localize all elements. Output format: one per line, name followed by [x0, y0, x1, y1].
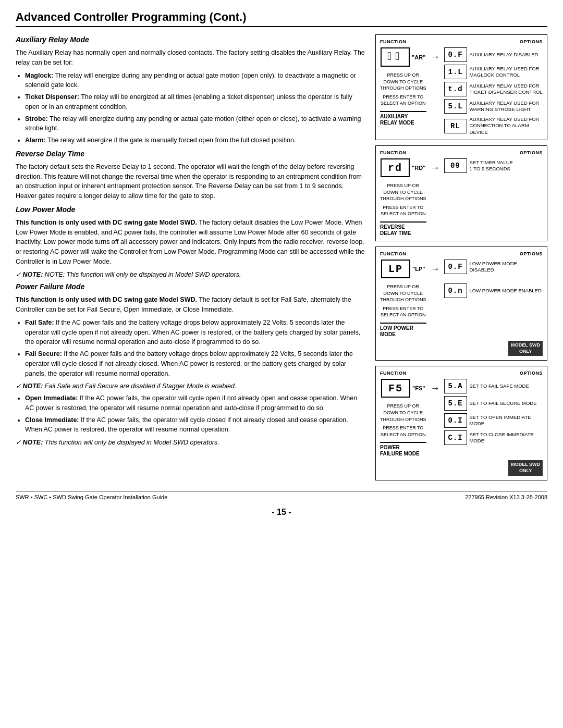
section-title-reverse: Reverse Delay Time	[16, 149, 365, 159]
aux-cycle-text: PRESS UP ORDOWN TO CYCLETHROUGH OPTIONS …	[380, 71, 426, 108]
pf-arrow: →	[431, 379, 440, 394]
aux-option-4: RL AUXILIARY RELAY USED FOR CONNECTION T…	[444, 116, 543, 135]
pf-function-box: F5 "FS" PRESS UP ORDOWN TO CYCLETHROUGH …	[380, 379, 426, 457]
pf-display-3: C.I	[444, 430, 467, 445]
diagram-auxiliary: FUNCTION OPTIONS 𝊀𝊂 "AR" PRESS UP ORDOWN…	[375, 34, 547, 140]
aux-option-2: t.d AUXILIARY RELAY USED FOR TICKET DISP…	[444, 82, 543, 96]
pf-cycle-text: PRESS UP ORDOWN TO CYCLETHROUGH OPTIONS …	[380, 402, 426, 439]
footer-right: 227965 Revision X13 3-28-2008	[465, 494, 547, 500]
power-failure-bullets: Fail Safe: If the AC power fails and the…	[25, 318, 365, 379]
aux-option-1: 1.L AUXILIARY RELAY USED FOR MAGLOCK CON…	[444, 65, 543, 79]
page-footer: SWR • SWC • SWD Swing Gate Operator Inst…	[16, 491, 547, 500]
pf-footer: MODEL SWDONLY	[380, 460, 543, 475]
diagram-aux-header: FUNCTION OPTIONS	[380, 39, 543, 44]
section-reverse-delay: Reverse Delay Time The factory default s…	[16, 149, 365, 201]
lp-function-display: LP	[381, 260, 410, 278]
list-item: Maglock: The relay will energize during …	[25, 71, 365, 91]
rev-display-0: 09	[444, 158, 467, 173]
diagram-rev-header: FUNCTION OPTIONS	[380, 150, 543, 155]
list-item: Alarm: The relay will energize if the ga…	[25, 135, 365, 145]
footer-left: SWR • SWC • SWD Swing Gate Operator Inst…	[16, 494, 167, 500]
aux-display-4: RL	[444, 119, 467, 133]
pf-model-badge: MODEL SWDONLY	[508, 460, 543, 475]
diagram-pf-header: FUNCTION OPTIONS	[380, 371, 543, 376]
pf-option-1: 5.E SET TO FAIL SECURE MODE	[444, 396, 543, 411]
diagram-lp-header: FUNCTION OPTIONS	[380, 251, 543, 256]
list-item: Ticket Dispenser: The relay will be ener…	[25, 92, 365, 112]
rev-options: 09 SET TIMER VALUE1 TO 9 SECONDS	[444, 158, 543, 173]
list-item: Strobe: The relay will energize during a…	[25, 114, 365, 134]
aux-display-3: 5.L	[444, 99, 467, 114]
lp-function-box: LP "LP" PRESS UP ORDOWN TO CYCLETHROUGH …	[380, 260, 426, 338]
pf-display-2: 0.I	[444, 413, 467, 428]
rev-function-box: rd "RD" PRESS UP ORDOWN TO CYCLETHROUGH …	[380, 158, 426, 237]
diagram-power-failure: FUNCTION OPTIONS F5 "FS" PRESS UP ORDOWN…	[375, 366, 547, 480]
aux-option-0: 0.F AUXILIARY RELAY DISABLED	[444, 47, 543, 62]
lp-cycle-text: PRESS UP ORDOWN TO CYCLETHROUGH OPTIONS …	[380, 282, 426, 319]
list-item: Fail Secure: If the AC power fails and t…	[25, 349, 365, 378]
diagram-low-power: FUNCTION OPTIONS LP "LP" PRESS UP ORDOWN…	[375, 246, 547, 361]
page-title: Advanced Controller Programming (Cont.)	[16, 10, 547, 27]
rev-cycle-text: PRESS UP ORDOWN TO CYCLETHROUGH OPTIONS …	[380, 181, 426, 218]
aux-arrow: →	[431, 47, 440, 63]
page-number: - 15 -	[16, 508, 547, 517]
pf-options: 5.A SET TO FAIL SAFE MODE 5.E SET TO FAI…	[444, 379, 543, 445]
diagram-aux-content: 𝊀𝊂 "AR" PRESS UP ORDOWN TO CYCLETHROUGH …	[380, 47, 543, 135]
left-content: Auxiliary Relay Mode The Auxiliary Relay…	[16, 34, 365, 480]
power-failure-note1: ✓ NOTE: Fail Safe and Fail Secure are di…	[16, 381, 365, 391]
rev-arrow: →	[431, 158, 440, 174]
list-item: Fail Safe: If the AC power fails and the…	[25, 318, 365, 347]
power-failure-note2: ✓ NOTE: This function will only be displ…	[16, 438, 365, 448]
diagram-rev-content: rd "RD" PRESS UP ORDOWN TO CYCLETHROUGH …	[380, 158, 543, 237]
pf-function-display: F5	[381, 379, 410, 398]
aux-function-label: AUXILIARYRELAY MODE	[380, 111, 426, 126]
section-low-power: Low Power Mode This function is only use…	[16, 204, 365, 280]
list-item: Open Immediate: If the AC power fails, t…	[25, 393, 365, 413]
lp-function-label: LOW POWERMODE	[380, 323, 426, 338]
pf-option-0: 5.A SET TO FAIL SAFE MODE	[444, 379, 543, 393]
lp-options: 0.F LOW POWER MODE DISABLED 0.n LOW POWE…	[444, 260, 543, 298]
diagram-lp-content: LP "LP" PRESS UP ORDOWN TO CYCLETHROUGH …	[380, 260, 543, 338]
lp-footer: MODEL SWDONLY	[380, 341, 543, 356]
low-power-body: This function is only used with DC swing…	[16, 218, 365, 267]
pf-option-3: C.I SET TO CLOSE IMMEDIATE MODE	[444, 430, 543, 445]
diagrams-column: FUNCTION OPTIONS 𝊀𝊂 "AR" PRESS UP ORDOWN…	[375, 34, 547, 480]
section-title-low-power: Low Power Mode	[16, 204, 365, 215]
lp-display-0: 0.F	[444, 260, 467, 274]
section-title-auxiliary: Auxiliary Relay Mode	[16, 34, 365, 45]
lp-option-0: 0.F LOW POWER MODE DISABLED	[444, 260, 543, 274]
aux-options: 0.F AUXILIARY RELAY DISABLED 1.L AUXILIA…	[444, 47, 543, 135]
reverse-body: The factory default sets the Reverse Del…	[16, 162, 365, 201]
aux-function-display: 𝊀𝊂	[381, 47, 410, 67]
section-power-failure: Power Failure Mode This function is only…	[16, 281, 365, 448]
rev-option-0: 09 SET TIMER VALUE1 TO 9 SECONDS	[444, 158, 543, 173]
pf-option-2: 0.I SET TO OPEN IMMEDIATE MODE	[444, 413, 543, 428]
aux-display-2: t.d	[444, 82, 467, 96]
lp-model-badge: MODEL SWDONLY	[508, 341, 543, 356]
list-item: Close Immediate: If the AC power fails, …	[25, 415, 365, 435]
section-title-power-failure: Power Failure Mode	[16, 281, 365, 292]
aux-display-1: 1.L	[444, 65, 467, 79]
auxiliary-body: The Auxiliary Relay has normally open an…	[16, 48, 365, 68]
pf-function-label: POWERFAILURE MODE	[380, 442, 426, 457]
aux-display-0: 0.F	[444, 47, 467, 62]
lp-display-1: 0.n	[444, 283, 467, 298]
section-auxiliary: Auxiliary Relay Mode The Auxiliary Relay…	[16, 34, 365, 145]
rev-function-label: REVERSEDELAY TIME	[380, 221, 426, 237]
pf-display-1: 5.E	[444, 396, 467, 411]
aux-function-box: 𝊀𝊂 "AR" PRESS UP ORDOWN TO CYCLETHROUGH …	[380, 47, 426, 126]
diagram-pf-content: F5 "FS" PRESS UP ORDOWN TO CYCLETHROUGH …	[380, 379, 543, 457]
power-failure-bullets2: Open Immediate: If the AC power fails, t…	[25, 393, 365, 435]
aux-option-3: 5.L AUXILIARY RELAY USED FOR WARNING STR…	[444, 99, 543, 114]
power-failure-body: This function is only used with DC swing…	[16, 295, 365, 315]
pf-display-0: 5.A	[444, 379, 467, 393]
rev-function-display: rd	[381, 158, 410, 177]
low-power-note: ✓ NOTE: NOTE: This function will only be…	[16, 270, 365, 280]
lp-arrow: →	[431, 260, 440, 275]
diagram-reverse: FUNCTION OPTIONS rd "RD" PRESS UP ORDOWN…	[375, 145, 547, 241]
auxiliary-bullets: Maglock: The relay will energize during …	[25, 71, 365, 145]
lp-option-1: 0.n LOW POWER MODE ENABLED	[444, 283, 543, 298]
